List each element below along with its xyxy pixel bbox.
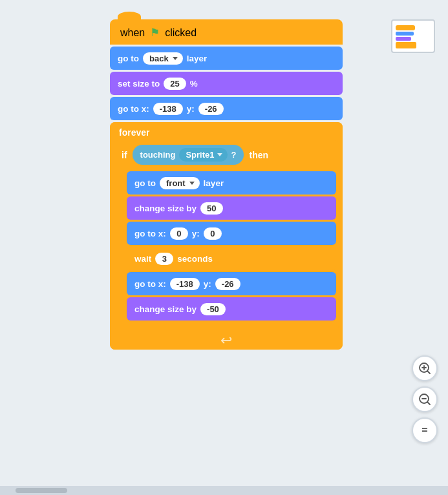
- scrollbar-area[interactable]: [0, 486, 448, 495]
- flag-icon: ⚑: [150, 26, 160, 39]
- goto-xy-3-block: go to x: -138 y: -26: [127, 272, 336, 295]
- zoom-out-icon: [418, 393, 431, 406]
- set-size-block: set size to 25 %: [110, 72, 343, 95]
- back-dropdown[interactable]: back: [143, 52, 183, 65]
- goto-xy1-label: go to x:: [118, 104, 149, 114]
- svg-rect-4: [396, 42, 416, 48]
- blocks-area: when ⚑ clicked go to back layer set size…: [110, 19, 343, 350]
- svg-rect-3: [396, 37, 411, 41]
- change-size-2-block: change size by -50: [127, 297, 336, 321]
- goto-back-label-post: layer: [187, 54, 208, 63]
- if-container: if touching Sprite1 ? then: [114, 140, 339, 329]
- question-mark: ?: [231, 150, 237, 160]
- change-size-1-label: change size by: [134, 204, 197, 213]
- if-inner-body: go to front layer change size by 50: [114, 169, 339, 322]
- forever-label: forever: [110, 122, 343, 140]
- touching-label: touching: [140, 150, 176, 160]
- goto-back-block: go to back layer: [110, 47, 343, 70]
- clicked-label: clicked: [165, 27, 197, 39]
- forever-footer: ↩: [110, 332, 343, 350]
- front-dropdown-arrow: [189, 182, 195, 185]
- zoom-in-button[interactable]: [412, 355, 438, 381]
- goto-xy1-y[interactable]: -26: [198, 103, 224, 115]
- change-size-1-value[interactable]: 50: [200, 202, 222, 215]
- goto-front-post: layer: [204, 178, 224, 188]
- svg-rect-2: [396, 32, 414, 36]
- goto-xy2-y[interactable]: 0: [204, 227, 222, 240]
- front-dropdown[interactable]: front: [160, 177, 200, 189]
- sprite1-label: Sprite1: [186, 150, 214, 160]
- wait-post: seconds: [177, 254, 213, 264]
- goto-front-block: go to front layer: [127, 171, 336, 195]
- if-header: if touching Sprite1 ? then: [114, 140, 339, 169]
- goto-xy-2-block: go to x: 0 y: 0: [127, 222, 336, 245]
- change-size-2-value[interactable]: -50: [200, 303, 226, 315]
- wait-pre: wait: [134, 254, 151, 264]
- scrollbar-thumb[interactable]: [16, 488, 67, 493]
- goto-xy2-label: go to x:: [134, 229, 166, 238]
- zoom-in-icon: [418, 362, 431, 375]
- goto-xy1-x[interactable]: -138: [153, 103, 183, 115]
- goto-xy1-y-label: y:: [187, 104, 195, 114]
- zoom-reset-icon: =: [421, 425, 427, 436]
- canvas-area: when ⚑ clicked go to back layer set size…: [0, 0, 448, 495]
- script-wrapper: when ⚑ clicked go to back layer set size…: [110, 19, 343, 350]
- svg-line-8: [428, 372, 431, 374]
- goto-xy2-x[interactable]: 0: [170, 227, 188, 240]
- zoom-controls: =: [412, 355, 438, 443]
- goto-xy-1-block: go to x: -138 y: -26: [110, 97, 343, 120]
- goto-front-pre: go to: [134, 178, 156, 188]
- wait-block: wait 3 seconds: [127, 247, 336, 270]
- forever-arrow-icon: ↩: [220, 332, 232, 349]
- touching-condition: touching Sprite1 ?: [133, 145, 244, 165]
- zoom-out-button[interactable]: [412, 386, 438, 412]
- change-size-2-label: change size by: [134, 304, 197, 314]
- set-size-value[interactable]: 25: [164, 78, 186, 90]
- when-label: when: [120, 27, 145, 39]
- sprite1-arrow: [217, 153, 222, 156]
- back-dropdown-arrow: [173, 57, 178, 60]
- if-label: if: [122, 150, 127, 160]
- svg-line-11: [428, 403, 431, 405]
- svg-rect-1: [396, 25, 415, 30]
- thumbnail-preview: [391, 19, 435, 53]
- hat-block: when ⚑ clicked: [110, 19, 343, 45]
- goto-xy3-label: go to x:: [134, 279, 166, 289]
- then-label: then: [249, 150, 268, 160]
- goto-xy2-y-label: y:: [192, 229, 200, 238]
- forever-block: forever if touching Sprite1: [110, 122, 343, 350]
- goto-back-label-pre: go to: [118, 54, 139, 63]
- set-size-label: set size to: [118, 79, 160, 89]
- zoom-reset-button[interactable]: =: [412, 417, 438, 443]
- set-size-pct: %: [190, 79, 198, 89]
- goto-xy3-y[interactable]: -26: [215, 278, 240, 290]
- wait-value[interactable]: 3: [155, 253, 173, 265]
- change-size-1-block: change size by 50: [127, 196, 336, 220]
- sprite1-dropdown[interactable]: Sprite1: [179, 148, 227, 162]
- forever-body: if touching Sprite1 ? then: [110, 140, 343, 332]
- goto-xy3-x[interactable]: -138: [170, 278, 200, 290]
- goto-xy3-y-label: y:: [204, 279, 211, 289]
